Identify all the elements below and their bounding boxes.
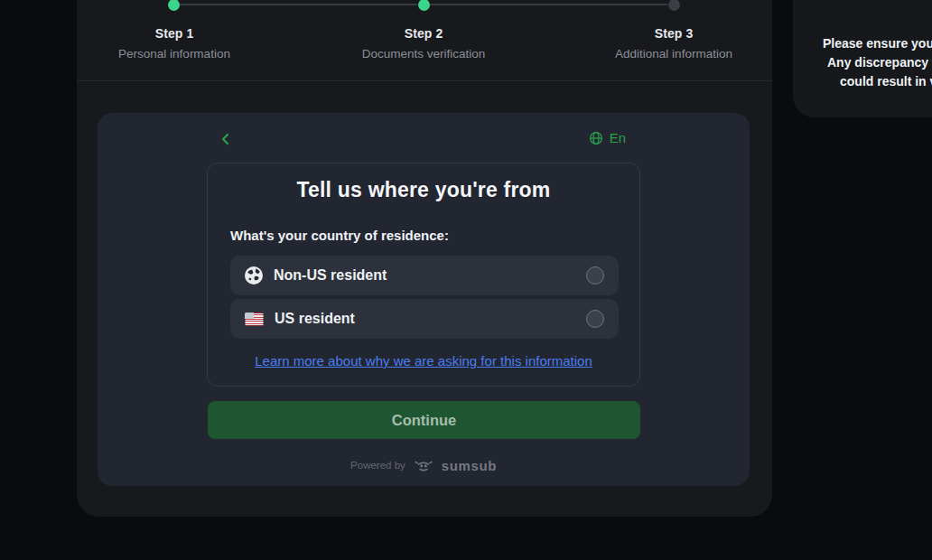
step3-dot [668,0,680,11]
language-selector[interactable]: En [589,130,626,145]
step3: Step 3 Additional information [574,26,773,61]
globe-wireframe-icon [589,131,603,145]
step-connector [430,4,667,5]
step1-label: Step 1 [75,26,274,41]
residence-card: En Tell us where you're from What's your… [98,113,750,486]
progress-stepper: Step 1 Personal information Step 2 Docum… [0,0,932,81]
step2-label: Step 2 [324,26,523,41]
step2-sublabel: Documents verification [324,47,523,61]
step1-sublabel: Personal information [75,47,274,61]
back-button[interactable] [215,128,237,150]
residence-form-panel: Tell us where you're from What's your co… [207,163,640,387]
earth-globe-icon [245,266,263,285]
step3-label: Step 3 [574,26,773,41]
page-title: Tell us where you're from [208,178,639,202]
option-label: US resident [275,311,575,327]
residence-question: What's your country of residence: [230,228,449,243]
sumsub-brand-label: sumsub [442,458,497,473]
step2-dot [418,0,430,11]
sumsub-logo-icon [413,458,434,473]
option-non-us-resident[interactable]: Non-US resident [230,256,619,295]
continue-button[interactable]: Continue [208,401,640,439]
learn-more-link[interactable]: Learn more about why we are asking for t… [208,353,639,369]
step1: Step 1 Personal information [75,26,274,61]
powered-by-label: Powered by [350,460,405,471]
stepper-divider [77,80,772,81]
option-us-resident[interactable]: US resident [230,299,619,339]
step2: Step 2 Documents verification [324,26,523,61]
powered-by-sumsub-link[interactable]: Powered by sumsub [98,456,750,474]
option-label: Non-US resident [274,267,575,284]
radio-non-us-resident[interactable] [586,266,604,285]
step3-sublabel: Additional information [574,47,773,61]
us-flag-icon [245,313,264,326]
step-connector [180,4,417,5]
chevron-left-icon [219,133,232,145]
step1-dot [168,0,180,11]
language-label: En [610,130,626,145]
radio-us-resident[interactable] [586,310,604,328]
